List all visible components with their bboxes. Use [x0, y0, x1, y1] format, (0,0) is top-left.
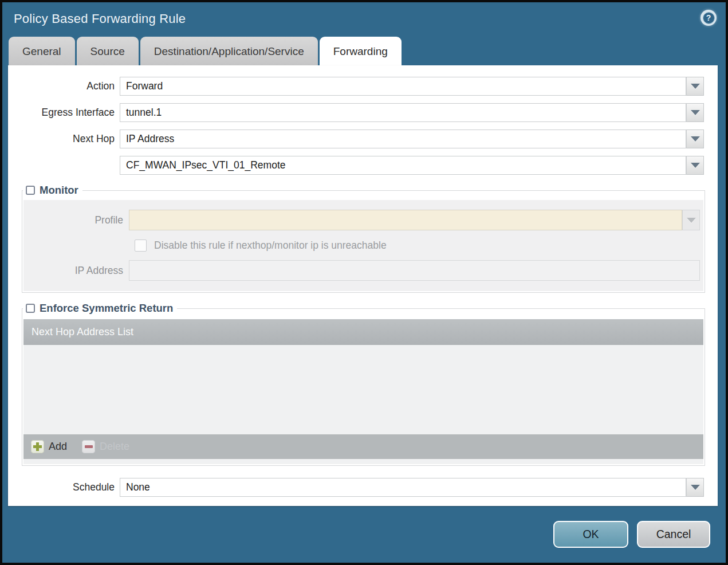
symmetric-return-legend: Enforce Symmetric Return: [23, 302, 177, 315]
schedule-row: Schedule None: [8, 478, 704, 497]
next-hop-address-grid: Next Hop Address List Add Delete: [23, 319, 703, 464]
monitor-checkbox[interactable]: [26, 186, 35, 195]
tab-destination-application-service[interactable]: Destination/Application/Service: [140, 37, 318, 65]
monitor-ip-label: IP Address: [23, 265, 129, 277]
grid-toolbar: Add Delete: [23, 434, 703, 459]
action-row: Action Forward: [8, 77, 704, 96]
monitor-fieldset: Monitor Profile Disable this rule if nex…: [22, 184, 705, 293]
egress-interface-label: Egress Interface: [8, 107, 120, 119]
symmetric-return-fieldset: Enforce Symmetric Return Next Hop Addres…: [22, 302, 705, 466]
chevron-down-icon: [691, 163, 700, 168]
next-hop-address-row: CF_MWAN_IPsec_VTI_01_Remote: [8, 156, 704, 175]
delete-button[interactable]: Delete: [82, 440, 129, 453]
tab-forwarding[interactable]: Forwarding: [320, 37, 402, 65]
profile-select[interactable]: [129, 210, 682, 230]
tab-general[interactable]: General: [9, 37, 75, 65]
delete-button-label: Delete: [100, 441, 129, 453]
schedule-dropdown-button[interactable]: [686, 478, 704, 497]
schedule-label: Schedule: [8, 481, 120, 493]
help-icon: ?: [703, 12, 715, 24]
disable-rule-checkbox: [135, 240, 147, 252]
symmetric-return-legend-label: Enforce Symmetric Return: [40, 302, 173, 315]
chevron-down-icon: [691, 110, 700, 115]
help-button[interactable]: ?: [701, 10, 717, 26]
disable-rule-label: Disable this rule if nexthop/monitor ip …: [154, 240, 387, 252]
dialog-titlebar: Policy Based Forwarding Rule ?: [2, 2, 726, 36]
action-label: Action: [8, 80, 120, 92]
profile-dropdown-button: [682, 210, 700, 230]
next-hop-address-dropdown-button[interactable]: [686, 156, 704, 175]
next-hop-type-dropdown-button[interactable]: [686, 130, 704, 148]
monitor-panel: Profile Disable this rule if nexthop/mon…: [23, 200, 703, 291]
profile-label: Profile: [23, 214, 129, 226]
egress-interface-dropdown-button[interactable]: [686, 103, 704, 122]
next-hop-address-select[interactable]: CF_MWAN_IPsec_VTI_01_Remote: [120, 156, 686, 175]
symmetric-return-checkbox[interactable]: [26, 304, 35, 313]
egress-interface-row: Egress Interface tunnel.1: [8, 103, 704, 122]
next-hop-row: Next Hop IP Address: [8, 130, 704, 148]
next-hop-label: Next Hop: [8, 133, 120, 145]
monitor-legend-label: Monitor: [40, 184, 78, 197]
delete-minus-icon: [82, 440, 95, 453]
chevron-down-icon: [691, 84, 700, 89]
add-button[interactable]: Add: [31, 440, 67, 453]
profile-row: Profile: [23, 210, 700, 230]
screenshot-frame: Policy Based Forwarding Rule ? General S…: [0, 0, 728, 565]
next-hop-type-select[interactable]: IP Address: [120, 130, 686, 148]
schedule-select[interactable]: None: [120, 478, 686, 497]
chevron-down-icon: [687, 218, 696, 223]
tab-source[interactable]: Source: [77, 37, 139, 65]
chevron-down-icon: [691, 485, 700, 490]
egress-interface-select[interactable]: tunnel.1: [120, 103, 686, 122]
grid-body-empty[interactable]: [23, 345, 703, 434]
monitor-ip-input: [129, 260, 700, 281]
tab-panel-forwarding: Action Forward Egress Interface tunnel.1…: [8, 65, 718, 506]
tab-strip: General Source Destination/Application/S…: [2, 36, 726, 65]
action-dropdown-button[interactable]: [686, 77, 704, 96]
action-select[interactable]: Forward: [120, 77, 686, 96]
add-button-label: Add: [49, 441, 67, 453]
grid-column-header[interactable]: Next Hop Address List: [23, 319, 703, 345]
grid-bottom-strip: [23, 459, 703, 464]
dialog-footer: OK Cancel: [2, 506, 726, 563]
add-plus-icon: [31, 440, 44, 453]
monitor-legend: Monitor: [23, 184, 82, 197]
dialog-title: Policy Based Forwarding Rule: [14, 11, 186, 26]
monitor-ip-row: IP Address: [23, 260, 700, 281]
chevron-down-icon: [691, 136, 700, 142]
ok-button[interactable]: OK: [553, 521, 628, 548]
pbf-rule-dialog: Policy Based Forwarding Rule ? General S…: [2, 2, 726, 563]
disable-rule-row: Disable this rule if nexthop/monitor ip …: [135, 236, 703, 254]
cancel-button[interactable]: Cancel: [637, 521, 710, 548]
